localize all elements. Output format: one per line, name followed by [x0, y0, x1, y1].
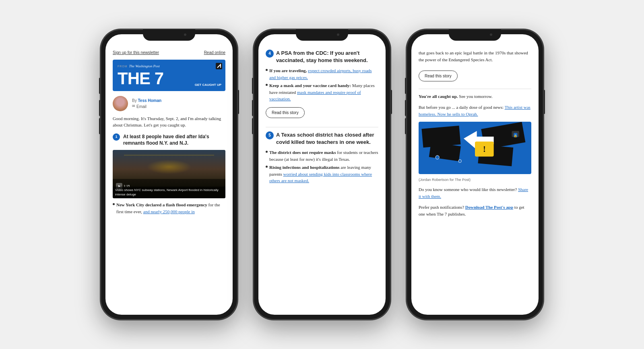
author-by-name: By Tess Homan	[132, 98, 161, 104]
notch-3	[449, 29, 501, 41]
notch-1	[143, 29, 195, 41]
good-news-pre: But before you go ... a daily dose of go…	[419, 105, 504, 110]
story4-bullet1: If you are traveling, expect crowded air…	[266, 67, 378, 81]
phone-2: 4 A PSA from the CDC: If you aren't vacc…	[254, 29, 390, 320]
good-news-para: But before you go ... a daily dose of go…	[419, 104, 531, 118]
avatar-image	[113, 96, 128, 111]
from-label: FROM	[118, 64, 128, 69]
story4-block: 4 A PSA from the CDC: If you aren't vacc…	[266, 50, 378, 121]
author-row: By Tess Homan ✉ Email	[113, 96, 225, 111]
bullet4-1-dot	[266, 69, 268, 71]
author-email-row[interactable]: ✉ Email	[132, 104, 161, 110]
from-wapo: FROM The Washington Post	[118, 64, 221, 69]
story4-bullet2-text: Keep a mask and your vaccine card handy:…	[269, 82, 378, 102]
divider-phone3	[419, 89, 531, 89]
notch-dot-2	[337, 33, 339, 36]
story4-bullet2-bold: Keep a mask and your vaccine card handy:	[269, 83, 351, 88]
story5-bullet1: The district does not require masks for …	[266, 149, 378, 162]
story1-headline-text: At least 8 people have died after Ida's …	[123, 133, 225, 147]
catchup-bold: You're all caught up.	[419, 94, 458, 99]
bullet4-2-dot	[266, 84, 268, 86]
catchup-para: You're all caught up. See you tomorrow.	[419, 93, 531, 100]
screen-content-1: Sign up for this newsletter Read online …	[105, 46, 233, 315]
signup-link[interactable]: Sign up for this newsletter	[113, 50, 159, 56]
story1-bullet-text: New York City declared a flash flood eme…	[116, 202, 225, 215]
story5-bullet2-text: Rising infections and hospitalizations a…	[269, 164, 378, 184]
story4-bullet1-bold: If you are traveling,	[269, 68, 307, 73]
story4-bullet1-text: If you are traveling, expect crowded air…	[269, 67, 378, 81]
story4-read-btn[interactable]: Read this story	[266, 107, 305, 118]
read-online-link[interactable]: Read online	[204, 50, 225, 56]
svg-point-9	[436, 156, 439, 159]
notch-dot-1	[184, 33, 186, 36]
story5-number: 5	[266, 131, 274, 139]
story5-headline: 5 A Texas school district has closed aft…	[266, 131, 378, 146]
bullet-dot-1	[113, 203, 115, 205]
email-label: Email	[136, 104, 147, 110]
push-para: Prefer push notifications? Download The …	[419, 204, 531, 218]
story5-bullet1-text: The district does not require masks for …	[269, 149, 378, 162]
story1-image: ▶ 1:15 Video shows NYC subway stations, …	[113, 150, 225, 198]
flood-lights	[147, 160, 192, 174]
bullet5-1-dot	[266, 151, 268, 153]
story5-block: 5 A Texas school district has closed aft…	[266, 131, 378, 184]
by-label: By	[132, 98, 137, 103]
catchup-text: See you tomorrow.	[458, 94, 493, 99]
phone-screen-1: Sign up for this newsletter Read online …	[105, 34, 233, 315]
story1-bullet: New York City declared a flash flood eme…	[113, 202, 225, 215]
svg-text:🔒: 🔒	[514, 134, 518, 137]
story-continuation: that goes back to an epic legal battle i…	[419, 50, 531, 63]
svg-point-10	[458, 160, 461, 162]
phone-1: Sign up for this newsletter Read online …	[101, 29, 237, 320]
notch-dot-3	[490, 33, 492, 36]
get-caught-up: GET CAUGHT UP	[195, 83, 221, 87]
story5-headline-text: A Texas school district has closed after…	[276, 131, 378, 146]
bullet5-2-dot	[266, 166, 268, 168]
story1-image-caption: Video shows NYC subway stations, Newark …	[113, 187, 225, 198]
phone-screen-2: 4 A PSA from the CDC: If you aren't vacc…	[258, 34, 386, 315]
story5-bullet2-link[interactable]: worried about sending kids into classroo…	[269, 172, 372, 183]
nav-links-1: Sign up for this newsletter Read online	[113, 50, 225, 56]
story4-headline-text: A PSA from the CDC: If you aren't vaccin…	[276, 50, 378, 64]
phone3-read-btn[interactable]: Read this story	[419, 71, 458, 81]
notch-2	[296, 29, 348, 41]
story4-headline: 4 A PSA from the CDC: If you aren't vacc…	[266, 50, 378, 64]
phones-container: Sign up for this newsletter Read online …	[101, 29, 543, 320]
image-caption: (Jordan Robertson for The Post)	[419, 177, 531, 183]
wapo-logo: The Washington Post	[129, 64, 160, 69]
story4-bullet2: Keep a mask and your vaccine card handy:…	[266, 82, 378, 102]
share-para: Do you know someone who would like this …	[419, 186, 531, 200]
share-pre: Do you know someone who would like this …	[419, 187, 517, 192]
story5-bullet2-bold: Rising infections and hospitalizations	[269, 165, 340, 170]
author-name[interactable]: Tess Homan	[138, 98, 161, 103]
screen-content-3: that goes back to an epic legal battle i…	[411, 46, 539, 315]
catchup-image: ! 🔒	[419, 122, 531, 174]
divider-4-5	[266, 127, 378, 127]
story1-bullet-bold: New York City declared a flash flood eme…	[116, 202, 207, 207]
story5-bullet2: Rising infections and hospitalizations a…	[266, 164, 378, 184]
svg-text:!: !	[483, 145, 486, 154]
corner-arrow-icon	[216, 63, 222, 69]
intro-text: Good morning. It's Thursday, Sept. 2, an…	[113, 115, 225, 129]
story1-number: 1	[113, 133, 120, 141]
phone-screen-3: that goes back to an epic legal battle i…	[411, 34, 539, 315]
story1-headline: 1 At least 8 people have died after Ida'…	[113, 133, 225, 147]
story1-bullet-link[interactable]: and nearly 250,000 people in	[143, 209, 195, 214]
push-link[interactable]: Download The Post's app	[465, 205, 513, 210]
avatar	[113, 96, 128, 111]
newsletter-header: FROM The Washington Post THE 7 GET CAUGH…	[113, 60, 225, 91]
cyber-art-svg: ! 🔒	[419, 122, 531, 174]
story5-bullet1-bold: The district does not require masks	[269, 150, 336, 155]
author-info: By Tess Homan ✉ Email	[132, 98, 161, 110]
phone-3: that goes back to an epic legal battle i…	[407, 29, 543, 320]
story4-number: 4	[266, 50, 274, 58]
screen-content-2: 4 A PSA from the CDC: If you aren't vacc…	[258, 46, 386, 315]
push-pre: Prefer push notifications?	[419, 205, 464, 210]
